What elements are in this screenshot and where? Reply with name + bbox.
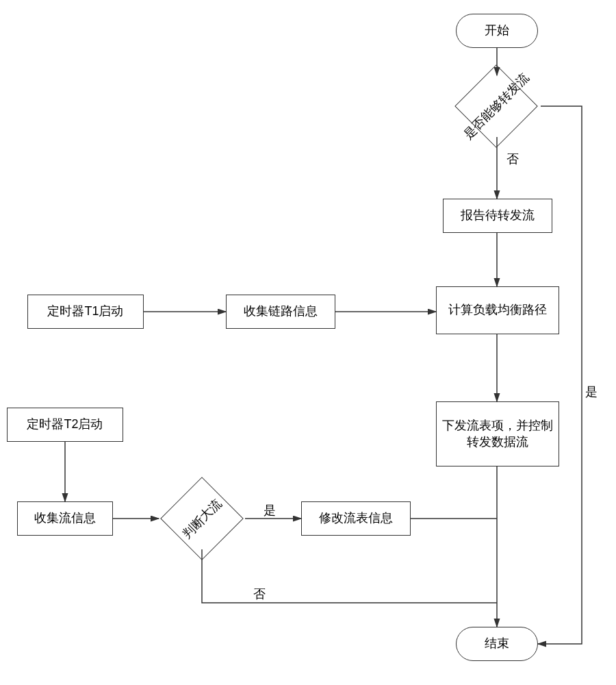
label-no-forward: 否 bbox=[506, 151, 519, 167]
end-text: 结束 bbox=[485, 636, 509, 651]
timer-t2-text: 定时器T2启动 bbox=[27, 416, 103, 432]
label-yes-forward: 是 bbox=[585, 384, 598, 400]
process-deliver-flow: 下发流表项，并控制转发数据流 bbox=[436, 401, 559, 466]
calc-balance-text: 计算负载均衡路径 bbox=[448, 302, 547, 318]
deliver-flow-text: 下发流表项，并控制转发数据流 bbox=[437, 418, 559, 450]
label-no-large: 否 bbox=[253, 586, 266, 602]
timer-t1-text: 定时器T1启动 bbox=[47, 303, 123, 319]
process-calc-balance: 计算负载均衡路径 bbox=[436, 286, 559, 334]
process-modify-flow: 修改流表信息 bbox=[301, 501, 411, 536]
decision-large-flow: 判断大流 bbox=[157, 488, 246, 549]
terminator-end: 结束 bbox=[456, 627, 538, 661]
process-timer-t2: 定时器T2启动 bbox=[7, 408, 123, 442]
process-collect-link: 收集链路信息 bbox=[226, 295, 335, 329]
collect-flow-text: 收集流信息 bbox=[34, 510, 96, 526]
start-text: 开始 bbox=[485, 23, 509, 38]
modify-flow-text: 修改流表信息 bbox=[319, 510, 393, 526]
label-yes-large: 是 bbox=[264, 502, 276, 519]
process-timer-t1: 定时器T1启动 bbox=[27, 295, 144, 329]
terminator-start: 开始 bbox=[456, 14, 538, 48]
process-report-flow: 报告待转发流 bbox=[443, 199, 552, 233]
process-collect-flow: 收集流信息 bbox=[17, 501, 113, 536]
collect-link-text: 收集链路信息 bbox=[244, 303, 318, 319]
decision-can-forward: 是否能够转发流 bbox=[452, 75, 541, 137]
report-flow-text: 报告待转发流 bbox=[461, 208, 535, 223]
